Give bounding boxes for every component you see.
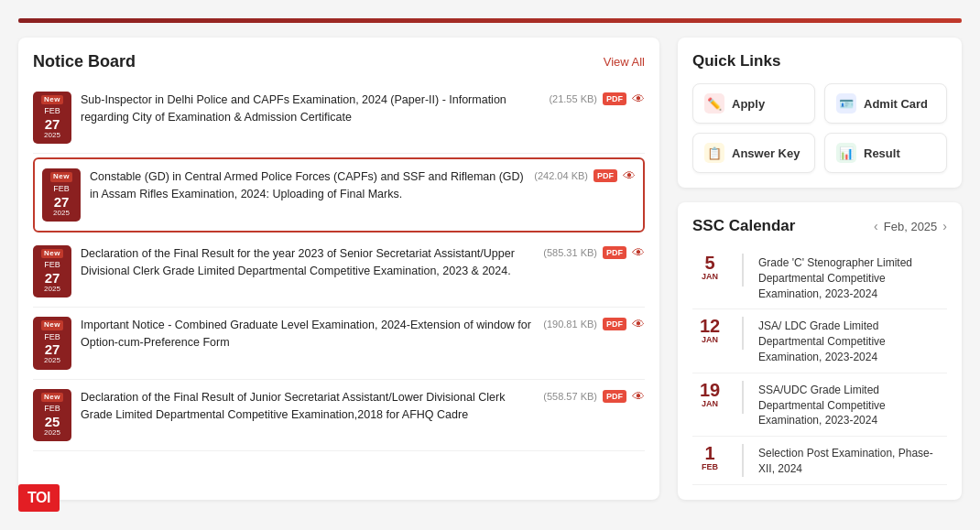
top-bar <box>18 18 962 23</box>
pdf-badge: PDF <box>603 92 626 105</box>
date-badge: New Feb 27 2025 <box>42 168 81 221</box>
quick-links-section: Quick Links ✏️ Apply 🪪 Admit Card 📋 Answ… <box>678 38 962 188</box>
quick-link-apply[interactable]: ✏️ Apply <box>692 83 815 124</box>
result-icon: 📊 <box>836 143 856 163</box>
pdf-badge: PDF <box>603 390 626 403</box>
notice-meta: (585.31 KB) PDF 👁 <box>543 245 645 260</box>
badge-day: 27 <box>45 342 60 356</box>
notice-meta: (21.55 KB) PDF 👁 <box>549 92 645 106</box>
notice-text: Important Notice - Combined Graduate Lev… <box>81 319 531 349</box>
notice-item: New Feb 27 2025 Sub-Inspector in Delhi P… <box>33 82 645 154</box>
notice-board: Notice Board View All New Feb 27 2025 Su… <box>18 38 659 500</box>
admit-icon: 🪪 <box>836 93 856 114</box>
cal-day: 1 <box>704 444 714 462</box>
eye-icon[interactable]: 👁 <box>632 317 645 331</box>
notice-text: Declaration of the Final Result of Junio… <box>81 391 505 421</box>
notice-meta: (558.57 KB) PDF 👁 <box>543 389 645 404</box>
cal-divider <box>742 317 744 350</box>
apply-label: Apply <box>732 97 765 111</box>
cal-date-block: 12 JAN <box>692 317 727 344</box>
result-label: Result <box>864 146 900 160</box>
eye-icon[interactable]: 👁 <box>623 168 636 183</box>
cal-date-block: 5 JAN <box>692 254 727 281</box>
admit-label: Admit Card <box>864 97 928 111</box>
badge-year: 2025 <box>44 356 60 365</box>
cal-item: 12 JAN JSA/ LDC Grade Limited Department… <box>692 309 947 373</box>
notice-content: Declaration of the Final Result for the … <box>81 245 534 280</box>
file-size: (21.55 KB) <box>549 93 597 104</box>
quick-link-answer[interactable]: 📋 Answer Key <box>692 133 815 173</box>
cal-next-arrow[interactable]: › <box>942 219 947 233</box>
date-badge: New Feb 27 2025 <box>33 317 71 369</box>
eye-icon[interactable]: 👁 <box>632 389 645 404</box>
cal-month: JAN <box>702 272 718 281</box>
answer-label: Answer Key <box>732 146 800 160</box>
date-badge: New Feb 25 2025 <box>33 389 71 441</box>
quick-links-grid: ✏️ Apply 🪪 Admit Card 📋 Answer Key 📊 Res… <box>692 83 947 173</box>
cal-item: 1 FEB Selection Post Examination, Phase-… <box>692 437 947 485</box>
eye-icon[interactable]: 👁 <box>632 92 645 106</box>
badge-day: 27 <box>54 195 70 209</box>
cal-day: 5 <box>704 254 714 272</box>
notice-item: New Feb 27 2025 Constable (GD) in Centra… <box>33 157 645 232</box>
answer-icon: 📋 <box>704 143 724 163</box>
cal-month: JAN <box>702 399 718 408</box>
badge-day: 27 <box>45 117 60 131</box>
cal-event-text: Grade 'C' Stenographer Limited Departmen… <box>758 254 947 301</box>
date-badge: New Feb 27 2025 <box>33 92 71 144</box>
calendar-header: SSC Calendar ‹ Feb, 2025 › <box>692 217 947 235</box>
badge-month: Feb <box>53 184 70 195</box>
cal-month: FEB <box>702 462 718 471</box>
cal-item: 19 JAN SSA/UDC Grade Limited Departmenta… <box>692 373 947 437</box>
date-badge: New Feb 27 2025 <box>33 245 71 297</box>
file-size: (558.57 KB) <box>543 391 597 402</box>
cal-divider <box>742 381 744 414</box>
notice-meta: (190.81 KB) PDF 👁 <box>543 317 645 331</box>
ssc-calendar-section: SSC Calendar ‹ Feb, 2025 › 5 JAN Grade '… <box>678 202 962 500</box>
cal-item: 5 JAN Grade 'C' Stenographer Limited Dep… <box>692 246 947 309</box>
cal-prev-arrow[interactable]: ‹ <box>874 219 878 233</box>
notice-meta: (242.04 KB) PDF 👁 <box>534 168 636 183</box>
cal-date-block: 1 FEB <box>692 444 727 471</box>
ssc-calendar-title: SSC Calendar <box>692 217 795 235</box>
cal-nav: ‹ Feb, 2025 › <box>874 219 947 233</box>
calendar-items: 5 JAN Grade 'C' Stenographer Limited Dep… <box>692 246 947 485</box>
file-size: (585.31 KB) <box>543 247 597 258</box>
cal-event-text: SSA/UDC Grade Limited Departmental Compe… <box>758 381 947 428</box>
quick-links-title: Quick Links <box>692 52 947 70</box>
notice-content: Sub-Inspector in Delhi Police and CAPFs … <box>81 92 539 126</box>
cal-divider <box>742 444 744 477</box>
notice-board-title: Notice Board <box>33 52 136 71</box>
notice-board-header: Notice Board View All <box>33 52 645 71</box>
file-size: (190.81 KB) <box>543 319 597 330</box>
notice-content: Constable (GD) in Central Armed Police F… <box>90 168 525 203</box>
badge-year: 2025 <box>44 131 60 140</box>
pdf-badge: PDF <box>603 246 626 259</box>
eye-icon[interactable]: 👁 <box>632 245 645 260</box>
badge-year: 2025 <box>44 428 60 438</box>
notice-list: New Feb 27 2025 Sub-Inspector in Delhi P… <box>33 82 645 451</box>
pdf-badge: PDF <box>593 169 617 182</box>
cal-date-block: 19 JAN <box>692 381 727 408</box>
cal-day: 12 <box>700 317 720 335</box>
notice-item: New Feb 27 2025 Declaration of the Final… <box>33 236 645 308</box>
quick-link-admit[interactable]: 🪪 Admit Card <box>824 83 947 124</box>
view-all-link[interactable]: View All <box>604 55 645 69</box>
notice-text: Declaration of the Final Result for the … <box>81 247 515 277</box>
cal-month: JAN <box>702 335 718 344</box>
badge-year: 2025 <box>53 209 70 218</box>
notice-text: Sub-Inspector in Delhi Police and CAPFs … <box>81 93 506 124</box>
cal-event-text: Selection Post Examination, Phase-XII, 2… <box>758 444 947 477</box>
quick-link-result[interactable]: 📊 Result <box>824 133 947 173</box>
notice-text: Constable (GD) in Central Armed Police F… <box>90 170 524 200</box>
notice-item: New Feb 25 2025 Declaration of the Final… <box>33 380 645 451</box>
pdf-badge: PDF <box>603 318 626 330</box>
badge-day: 25 <box>45 415 60 428</box>
apply-icon: ✏️ <box>704 93 724 114</box>
notice-item: New Feb 27 2025 Important Notice - Combi… <box>33 308 645 379</box>
main-container: Notice Board View All New Feb 27 2025 Su… <box>18 38 962 500</box>
cal-event-text: JSA/ LDC Grade Limited Departmental Comp… <box>758 317 947 364</box>
cal-month-label: Feb, 2025 <box>884 220 938 233</box>
badge-year: 2025 <box>44 285 60 294</box>
toi-badge: TOI <box>18 484 60 512</box>
